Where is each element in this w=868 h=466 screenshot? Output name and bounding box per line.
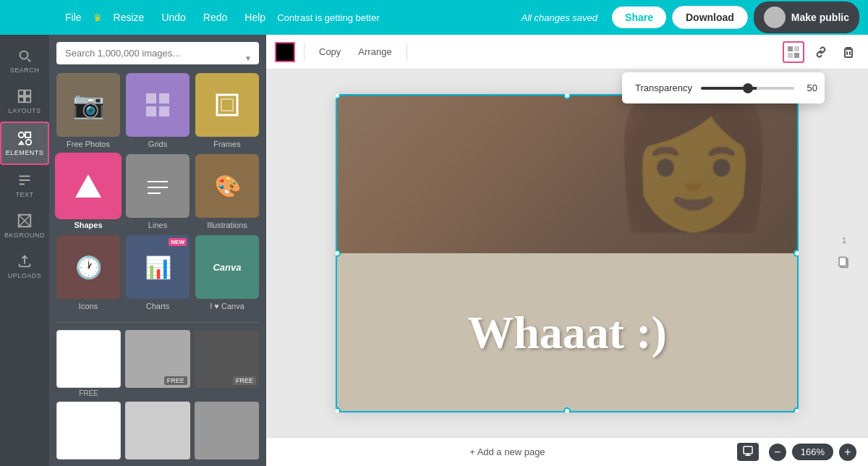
canva-thumb: Canva <box>195 235 259 299</box>
text-section: Whaaat :) <box>336 253 799 412</box>
sidebar-item-elements[interactable]: ELEMENTS <box>0 122 49 165</box>
file-menu[interactable]: File <box>59 9 88 26</box>
svg-rect-19 <box>794 53 799 58</box>
transparency-popup: Transparency 50 <box>622 72 825 103</box>
shape-thumb-gray: FREE <box>125 330 190 388</box>
search-wrapper: ▼ <box>56 42 259 73</box>
svg-rect-6 <box>146 93 156 103</box>
sidebar-item-layouts[interactable]: LAYOUTS <box>0 81 49 122</box>
toolbar-separator-2 <box>407 43 407 61</box>
category-shapes[interactable]: Shapes <box>56 154 120 229</box>
sidebar-item-uploads[interactable]: UPLOADS <box>0 246 49 287</box>
shape-swatch-6[interactable] <box>195 402 259 459</box>
link-button[interactable] <box>810 41 832 63</box>
canvas-viewport[interactable]: 👩 Whaaat :) <box>266 69 868 437</box>
elements-icon <box>17 130 33 146</box>
frames-label: Frames <box>213 140 240 148</box>
svg-point-4 <box>19 132 24 137</box>
free-badge: FREE <box>164 376 187 385</box>
canvas-main-text: Whaaat :) <box>467 306 667 360</box>
shape-swatch-2[interactable]: FREE <box>125 330 190 397</box>
frames-icon <box>213 90 242 119</box>
svg-marker-12 <box>75 174 101 198</box>
transparency-icon <box>787 46 800 59</box>
shape-swatch-4[interactable] <box>56 402 121 459</box>
icons-label: Icons <box>79 302 98 310</box>
illustrations-label: Illustrations <box>207 221 247 229</box>
svg-point-5 <box>26 140 31 145</box>
delete-button[interactable] <box>838 41 859 63</box>
duplicate-page-button[interactable] <box>835 253 854 274</box>
fullscreen-button[interactable] <box>737 443 759 461</box>
category-canva[interactable]: Canva I ♥ Canva <box>195 235 259 310</box>
zoom-in-button[interactable]: + <box>839 444 856 461</box>
redo-btn[interactable]: Redo <box>197 9 233 26</box>
arrange-button[interactable]: Arrange <box>352 43 397 60</box>
category-grid: 📷 Free Photos Grids <box>56 73 259 310</box>
canva-logo[interactable]: Canva <box>9 10 48 25</box>
svg-rect-9 <box>159 106 169 116</box>
shapes-grid-2 <box>56 402 259 459</box>
panel-separator <box>56 322 259 323</box>
sidebar-item-search[interactable]: SEARCH <box>0 41 49 81</box>
chevron-down-icon: ▼ <box>244 54 252 62</box>
svg-rect-18 <box>788 53 793 58</box>
trash-icon <box>842 46 855 59</box>
transparency-button[interactable] <box>783 41 804 63</box>
category-frames[interactable]: Frames <box>195 73 259 148</box>
free-photos-label: Free Photos <box>67 140 110 148</box>
free-photos-thumb: 📷 <box>56 73 120 137</box>
transparency-label: Transparency <box>635 82 692 93</box>
category-illustrations[interactable]: 🎨 Illustrations <box>195 154 259 229</box>
sidebar-item-text[interactable]: TEXT <box>0 165 49 206</box>
makepublic-button[interactable]: Make public <box>754 1 859 33</box>
transparency-slider[interactable] <box>701 87 794 90</box>
uploads-icon <box>17 253 33 269</box>
top-toolbar: Copy Arrange <box>266 35 868 69</box>
left-panel: ▼ 📷 Free Photos Grids <box>49 35 266 466</box>
svg-rect-26 <box>746 454 749 455</box>
add-page-button[interactable]: + Add a new page <box>278 446 737 457</box>
svg-rect-3 <box>25 97 30 102</box>
search-input[interactable] <box>56 42 259 64</box>
transparency-value: 50 <box>803 82 817 93</box>
sidebar-item-background[interactable]: BKGROUND <box>0 206 49 246</box>
photo-section: 👩 <box>336 94 799 269</box>
right-tools: 1 <box>835 233 854 274</box>
shape-swatch-3[interactable]: FREE <box>195 330 259 397</box>
contrast-tip: Contrast is getting better <box>277 12 380 23</box>
canvas-area: Copy Arrange <box>266 35 868 466</box>
shapes-label: Shapes <box>74 221 102 229</box>
category-lines[interactable]: Lines <box>126 154 190 229</box>
zoom-out-button[interactable]: − <box>769 444 786 461</box>
lines-thumb <box>126 154 190 218</box>
svg-rect-8 <box>146 106 156 116</box>
text-icon <box>17 172 33 188</box>
copy-button[interactable]: Copy <box>313 43 346 60</box>
layouts-icon <box>17 88 33 104</box>
svg-rect-27 <box>745 455 751 456</box>
resize-btn[interactable]: Resize <box>108 9 150 26</box>
category-icons[interactable]: 🕐 Icons <box>56 235 120 310</box>
shape-thumb-white <box>56 330 121 388</box>
svg-rect-25 <box>744 446 752 454</box>
page-number: 1 <box>842 236 846 245</box>
share-button[interactable]: Share <box>612 7 666 28</box>
svg-rect-17 <box>794 46 799 51</box>
category-free-photos[interactable]: 📷 Free Photos <box>56 73 120 148</box>
svg-rect-2 <box>19 97 24 102</box>
shapes-triangle-icon <box>72 170 104 202</box>
shape-swatch-5[interactable] <box>125 402 190 459</box>
help-btn[interactable]: Help <box>239 9 271 26</box>
svg-rect-24 <box>839 258 846 266</box>
category-grids[interactable]: Grids <box>126 73 190 148</box>
illustrations-thumb: 🎨 <box>195 154 259 218</box>
color-picker[interactable] <box>275 42 295 62</box>
svg-rect-11 <box>221 99 233 111</box>
category-charts[interactable]: 📊 NEW Charts <box>126 235 190 310</box>
icons-thumb: 🕐 <box>56 235 120 299</box>
undo-btn[interactable]: Undo <box>156 9 191 26</box>
download-button[interactable]: Download <box>672 6 748 29</box>
lines-icon <box>143 171 172 200</box>
shape-swatch-1[interactable]: FREE <box>56 330 121 397</box>
